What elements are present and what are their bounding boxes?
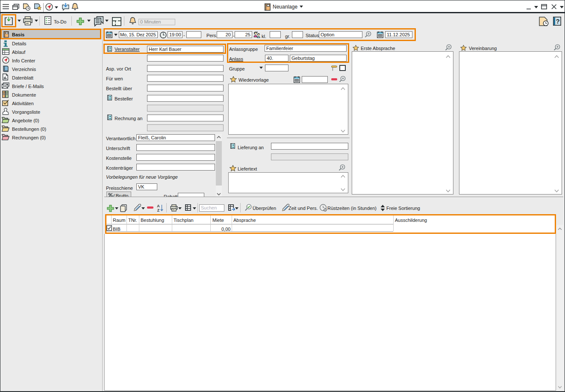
svg-text:A: A [157, 204, 160, 208]
svg-text:Z: Z [157, 208, 160, 212]
svg-text:?: ? [556, 18, 559, 25]
